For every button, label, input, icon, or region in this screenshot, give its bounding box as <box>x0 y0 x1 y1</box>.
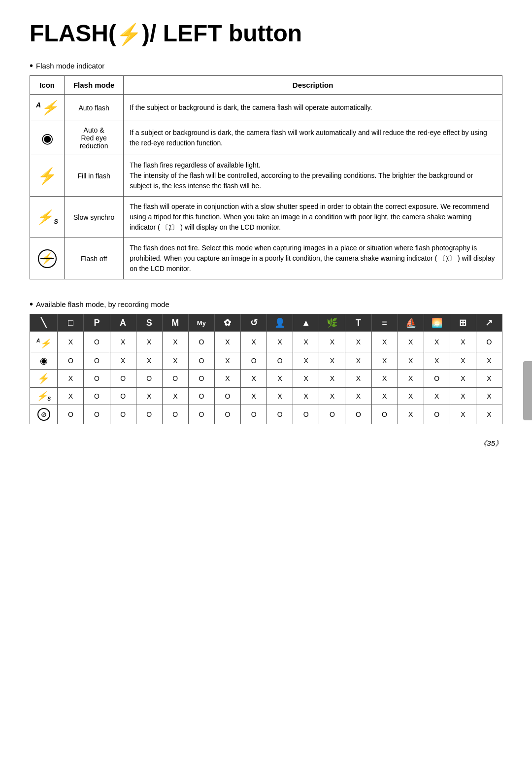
mode-autoflash: Auto flash <box>65 95 124 121</box>
rec-cell: X <box>476 405 502 424</box>
rec-row-slow: ⚡S X O O X X O O X X X X X X X X X X <box>30 388 502 405</box>
rec-cell: X <box>241 332 267 352</box>
rec-cell: X <box>110 332 136 352</box>
rec-header-diag: ╲ <box>30 314 58 332</box>
flash-mode-table: Icon Flash mode Description A⚡ Auto flas… <box>30 75 502 279</box>
rec-cell: O <box>162 370 188 388</box>
rec-cell: O <box>267 405 293 424</box>
rec-header-auto: □ <box>58 314 84 332</box>
rec-cell: X <box>476 370 502 388</box>
rec-cell: X <box>214 370 240 388</box>
rec-cell: X <box>267 370 293 388</box>
rec-cell: X <box>450 370 476 388</box>
desc-slow: The flash will operate in conjunction wi… <box>124 197 502 238</box>
rec-cell: X <box>162 352 188 370</box>
rec-row-redeye: ◉ O O X X X O X O O X X X X X X X X <box>30 352 502 370</box>
rec-cell: O <box>293 405 319 424</box>
bullet-dot-1: • <box>30 61 33 70</box>
rec-row-flashoff: ⊘ O O O O O O O O O O O O O X O X X <box>30 405 502 424</box>
rec-header-scene7: ≡ <box>371 314 398 332</box>
mode-fill: Fill in flash <box>65 155 124 197</box>
rec-cell: X <box>345 388 371 405</box>
rec-cell: X <box>319 370 345 388</box>
icon-flashoff: ⚡ <box>30 238 65 279</box>
section2-label: • Available flash mode, by recording mod… <box>30 299 502 309</box>
rec-cell: O <box>110 388 136 405</box>
icon-slow: ⚡S <box>30 197 65 238</box>
rec-cell: X <box>476 388 502 405</box>
rec-cell: O <box>214 405 240 424</box>
rec-cell: O <box>345 405 371 424</box>
section1-label: • Flash mode indicator <box>30 61 502 70</box>
col-header-icon: Icon <box>30 76 65 95</box>
rec-header-scene3: 👤 <box>267 314 293 332</box>
recording-header-row: ╲ □ P A S M My ✿ ↺ 👤 ▲ 🌿 T ≡ ⛵ 🌅 ⊞ ↗ <box>30 314 502 332</box>
rec-cell: O <box>84 352 110 370</box>
section2-text: Available flash mode, by recording mode <box>36 300 169 308</box>
rec-cell: X <box>136 388 162 405</box>
rec-cell: O <box>58 352 84 370</box>
rec-header-P: P <box>84 314 110 332</box>
row-icon-autoflash: A⚡ <box>30 332 58 352</box>
rec-header-scene5: 🌿 <box>319 314 345 332</box>
rec-header-scene9: 🌅 <box>424 314 450 332</box>
rec-header-scene2: ↺ <box>241 314 267 332</box>
rec-cell: O <box>188 370 214 388</box>
rec-cell: O <box>241 352 267 370</box>
rec-cell: X <box>476 352 502 370</box>
rec-cell: O <box>84 405 110 424</box>
rec-cell: X <box>345 332 371 352</box>
desc-autoflash: If the subject or background is dark, th… <box>124 95 502 121</box>
bullet-dot-2: • <box>30 299 33 309</box>
rec-cell: X <box>319 332 345 352</box>
rec-cell: O <box>188 332 214 352</box>
rec-cell: O <box>58 405 84 424</box>
rec-cell: X <box>162 332 188 352</box>
rec-cell: X <box>398 388 424 405</box>
rec-header-S: S <box>136 314 162 332</box>
rec-cell: X <box>293 332 319 352</box>
rec-cell: X <box>398 352 424 370</box>
row-icon-slow: ⚡S <box>30 388 58 405</box>
rec-header-scene11: ↗ <box>476 314 502 332</box>
rec-cell: X <box>371 352 398 370</box>
rec-cell: X <box>424 352 450 370</box>
rec-header-M: M <box>162 314 188 332</box>
rec-cell: X <box>319 388 345 405</box>
rec-cell: X <box>450 388 476 405</box>
rec-cell: O <box>110 370 136 388</box>
col-header-description: Description <box>124 76 502 95</box>
rec-cell: X <box>319 352 345 370</box>
section2-container: • Available flash mode, by recording mod… <box>30 299 502 424</box>
rec-cell: O <box>267 352 293 370</box>
rec-cell: X <box>241 370 267 388</box>
rec-cell: X <box>371 332 398 352</box>
rec-cell: O <box>136 405 162 424</box>
page-number: 《35》 <box>30 439 502 448</box>
rec-cell: O <box>424 370 450 388</box>
rec-cell: X <box>398 332 424 352</box>
rec-cell: X <box>58 332 84 352</box>
rec-cell: X <box>424 332 450 352</box>
rec-header-scene4: ▲ <box>293 314 319 332</box>
rec-cell: X <box>371 370 398 388</box>
table-row: ◉ Auto & Red eye reduction If a subject … <box>30 121 502 155</box>
rec-cell: O <box>188 352 214 370</box>
rec-header-scene10: ⊞ <box>450 314 476 332</box>
desc-flashoff: The flash does not fire. Select this mod… <box>124 238 502 279</box>
rec-header-scene8: ⛵ <box>398 314 424 332</box>
rec-cell: O <box>188 405 214 424</box>
rec-cell: X <box>398 370 424 388</box>
recording-mode-table: ╲ □ P A S M My ✿ ↺ 👤 ▲ 🌿 T ≡ ⛵ 🌅 ⊞ ↗ <box>30 314 502 424</box>
rec-cell: O <box>162 405 188 424</box>
desc-fill: The flash fires regardless of available … <box>124 155 502 197</box>
table-row: ⚡S Slow synchro The flash will operate i… <box>30 197 502 238</box>
table-row: ⚡ Flash off The flash does not fire. Sel… <box>30 238 502 279</box>
rec-header-scene1: ✿ <box>214 314 240 332</box>
rec-cell: O <box>110 405 136 424</box>
rec-cell: X <box>267 388 293 405</box>
rec-cell: X <box>214 332 240 352</box>
rec-cell: O <box>476 332 502 352</box>
table-row: ⚡ Fill in flash The flash fires regardle… <box>30 155 502 197</box>
row-icon-fill: ⚡ <box>30 370 58 388</box>
